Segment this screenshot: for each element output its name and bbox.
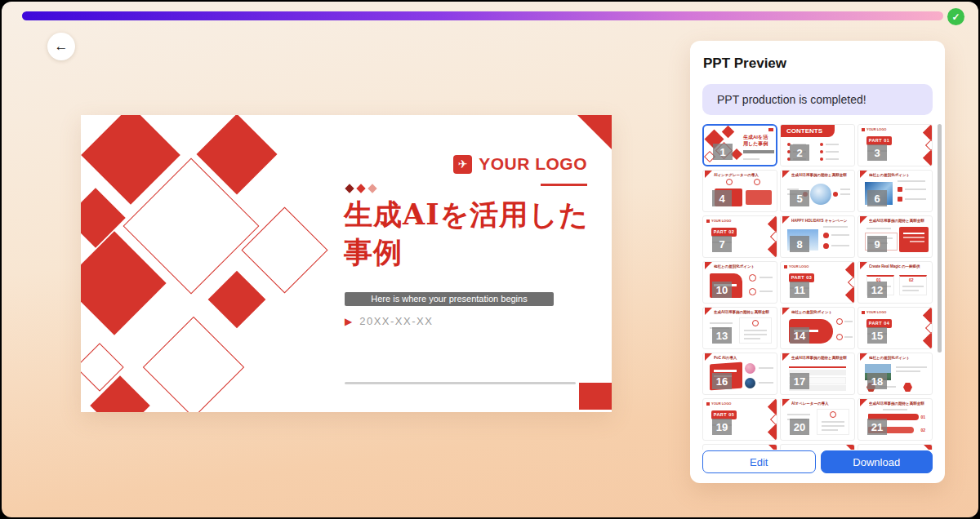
slide-logo: ✈ YOUR LOGO — [453, 154, 587, 174]
thumbnail-16[interactable]: PoC AIの導入 16 — [702, 353, 777, 395]
thumbnail-4[interactable]: AIインテグレーターの導入 4 — [702, 170, 777, 212]
diamond-decor — [241, 206, 327, 293]
edit-button[interactable]: Edit — [702, 450, 816, 473]
thumbnail-partial[interactable] — [780, 444, 855, 450]
thumbnail-13[interactable]: 生成AI活用事例の期待と高額金額 13 — [702, 307, 777, 349]
panel-actions: Edit Download — [702, 450, 933, 473]
download-button[interactable]: Download — [821, 450, 933, 473]
thumbnail-partial[interactable] — [702, 444, 777, 450]
thumbnail-6[interactable]: 他社との差別化ポイント 6 — [858, 170, 933, 212]
ppt-preview-panel: PPT Preview PPT production is completed!… — [690, 41, 945, 483]
thumbnail-11[interactable]: YOUR LOGO PART 03 11 — [780, 261, 855, 304]
slide-date: 20XX-XX-XX — [359, 315, 433, 327]
diamond-decor — [208, 271, 266, 329]
back-button[interactable]: ← — [47, 33, 75, 60]
bottom-line-decor — [345, 382, 576, 384]
thumbnail-1[interactable]: 生成AIを活用した事例 1 — [702, 124, 777, 166]
logo-underline-decor — [541, 184, 587, 186]
panel-title: PPT Preview — [703, 55, 786, 72]
thumbnail-5[interactable]: 生成AI活用事例の期待と高額金額 5 — [780, 170, 855, 212]
slide-title: 生成AIを活用した事例 — [344, 196, 608, 270]
thumbnail-8[interactable]: HAPPY HOLIDAYS キャンペーン 8 — [780, 215, 855, 258]
thumbnail-9[interactable]: 生成AI活用事例の期待と高額金額 9 — [858, 215, 933, 258]
slide-preview: ✈ YOUR LOGO 生成AIを活用した事例 Here is where yo… — [81, 115, 612, 412]
slide-date-row: ▶ 20XX-XX-XX — [345, 315, 433, 327]
progress-bar — [22, 11, 943, 20]
thumbnail-grid: 生成AIを活用した事例 1 CONTENTS 2 YOUR LOGO PART … — [702, 124, 933, 450]
bottom-square-decor — [579, 383, 612, 410]
thumbnail-7[interactable]: YOUR LOGO PART 02 7 — [702, 215, 777, 258]
thumbnail-15[interactable]: YOUR LOGO PART 04 15 — [858, 307, 933, 349]
thumbnail-18[interactable]: 他社との差別化ポイント 18 — [858, 353, 933, 395]
check-icon: ✓ — [947, 8, 964, 25]
airplane-icon: ✈ — [453, 155, 472, 174]
diamond-decor — [143, 317, 244, 412]
triangle-right-icon: ▶ — [345, 317, 352, 326]
thumbnail-10[interactable]: 他社との差別化ポイント 10 — [702, 261, 777, 304]
diamond-bullets-decor — [346, 185, 376, 192]
slide-subtitle-banner: Here is where your presentation begins — [345, 292, 554, 306]
thumbnail-3[interactable]: YOUR LOGO PART 01 3 — [858, 124, 933, 166]
thumbnail-14[interactable]: 他社との差別化ポイント 14 — [780, 307, 855, 349]
thumbnail-partial[interactable] — [858, 444, 933, 450]
thumbnail-19[interactable]: YOUR LOGO PART 05 19 — [702, 398, 777, 441]
thumbnail-17[interactable]: 生成AI活用事例の期待と高額金額 17 — [780, 353, 855, 395]
thumbnail-21[interactable]: 生成AI活用事例の期待と高額金額 01 0221 — [858, 398, 933, 441]
corner-triangle-decor — [577, 115, 612, 149]
status-message: PPT production is completed! — [702, 84, 933, 115]
back-arrow-icon: ← — [55, 38, 69, 55]
logo-text: YOUR LOGO — [479, 154, 587, 174]
thumbnail-20[interactable]: AIオペレーターの導入 20 — [780, 398, 855, 441]
grid-scrollbar-thumb[interactable] — [938, 124, 942, 353]
app-background: ✓ ← ✈ YOUR LOGO 生成AIを活用した事例 Here is wher… — [2, 2, 978, 517]
thumbnail-12[interactable]: Create Real Magic の一般提供 01 02 12 — [858, 261, 933, 304]
thumbnail-2[interactable]: CONTENTS 2 — [780, 124, 855, 166]
